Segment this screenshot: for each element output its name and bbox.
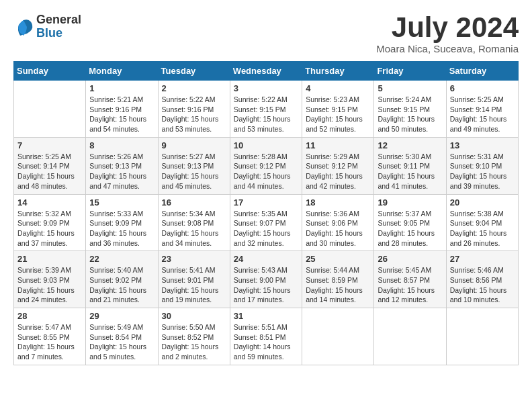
day-info: Sunrise: 5:23 AM Sunset: 9:15 PM Dayligh… bbox=[306, 95, 370, 134]
day-number: 30 bbox=[162, 311, 226, 321]
day-number: 21 bbox=[17, 254, 82, 264]
calendar-cell bbox=[14, 81, 86, 138]
calendar-cell: 24Sunrise: 5:43 AM Sunset: 9:00 PM Dayli… bbox=[230, 251, 302, 308]
calendar-week-row: 1Sunrise: 5:21 AM Sunset: 9:16 PM Daylig… bbox=[14, 81, 519, 138]
column-header-sunday: Sunday bbox=[14, 62, 86, 81]
calendar-week-row: 14Sunrise: 5:32 AM Sunset: 9:09 PM Dayli… bbox=[14, 194, 519, 251]
day-number: 18 bbox=[306, 197, 370, 208]
calendar-cell: 4Sunrise: 5:23 AM Sunset: 9:15 PM Daylig… bbox=[302, 81, 374, 138]
day-info: Sunrise: 5:50 AM Sunset: 8:52 PM Dayligh… bbox=[162, 322, 226, 362]
calendar-cell: 30Sunrise: 5:50 AM Sunset: 8:52 PM Dayli… bbox=[158, 308, 230, 365]
day-info: Sunrise: 5:22 AM Sunset: 9:15 PM Dayligh… bbox=[234, 95, 298, 134]
day-info: Sunrise: 5:44 AM Sunset: 8:59 PM Dayligh… bbox=[306, 265, 370, 305]
calendar-cell: 7Sunrise: 5:25 AM Sunset: 9:14 PM Daylig… bbox=[14, 137, 86, 194]
calendar-cell: 6Sunrise: 5:25 AM Sunset: 9:14 PM Daylig… bbox=[446, 81, 518, 138]
logo-icon bbox=[13, 17, 34, 37]
calendar-cell: 22Sunrise: 5:40 AM Sunset: 9:02 PM Dayli… bbox=[86, 251, 158, 308]
calendar-cell: 25Sunrise: 5:44 AM Sunset: 8:59 PM Dayli… bbox=[302, 251, 374, 308]
calendar-cell bbox=[302, 308, 374, 365]
day-number: 2 bbox=[162, 83, 226, 93]
day-info: Sunrise: 5:46 AM Sunset: 8:56 PM Dayligh… bbox=[450, 265, 515, 305]
calendar-week-row: 28Sunrise: 5:47 AM Sunset: 8:55 PM Dayli… bbox=[14, 308, 519, 365]
column-header-thursday: Thursday bbox=[302, 62, 374, 81]
calendar-cell: 31Sunrise: 5:51 AM Sunset: 8:51 PM Dayli… bbox=[230, 308, 302, 365]
calendar-cell: 23Sunrise: 5:41 AM Sunset: 9:01 PM Dayli… bbox=[158, 251, 230, 308]
logo-blue: Blue bbox=[36, 27, 81, 40]
calendar-table: SundayMondayTuesdayWednesdayThursdayFrid… bbox=[13, 61, 519, 365]
day-info: Sunrise: 5:45 AM Sunset: 8:57 PM Dayligh… bbox=[378, 265, 442, 305]
calendar-cell: 11Sunrise: 5:29 AM Sunset: 9:12 PM Dayli… bbox=[302, 137, 374, 194]
day-info: Sunrise: 5:51 AM Sunset: 8:51 PM Dayligh… bbox=[234, 322, 298, 362]
month-title: July 2024 bbox=[376, 13, 519, 42]
day-info: Sunrise: 5:49 AM Sunset: 8:54 PM Dayligh… bbox=[89, 322, 154, 362]
day-info: Sunrise: 5:40 AM Sunset: 9:02 PM Dayligh… bbox=[89, 265, 154, 305]
calendar-cell bbox=[446, 308, 518, 365]
day-number: 5 bbox=[378, 83, 442, 93]
day-number: 22 bbox=[89, 254, 154, 264]
title-block: July 2024 Moara Nica, Suceava, Romania bbox=[376, 13, 519, 54]
calendar-cell: 14Sunrise: 5:32 AM Sunset: 9:09 PM Dayli… bbox=[14, 194, 86, 251]
calendar-cell: 20Sunrise: 5:38 AM Sunset: 9:04 PM Dayli… bbox=[446, 194, 518, 251]
column-header-wednesday: Wednesday bbox=[230, 62, 302, 81]
day-info: Sunrise: 5:26 AM Sunset: 9:13 PM Dayligh… bbox=[89, 152, 154, 191]
day-info: Sunrise: 5:29 AM Sunset: 9:12 PM Dayligh… bbox=[306, 152, 370, 191]
day-number: 8 bbox=[89, 140, 154, 150]
calendar-cell: 26Sunrise: 5:45 AM Sunset: 8:57 PM Dayli… bbox=[374, 251, 446, 308]
page-header: General Blue July 2024 Moara Nica, Sucea… bbox=[13, 13, 519, 54]
day-info: Sunrise: 5:30 AM Sunset: 9:11 PM Dayligh… bbox=[378, 152, 442, 191]
day-number: 16 bbox=[162, 197, 226, 208]
calendar-cell: 5Sunrise: 5:24 AM Sunset: 9:15 PM Daylig… bbox=[374, 81, 446, 138]
day-number: 25 bbox=[306, 254, 370, 264]
day-number: 9 bbox=[162, 140, 226, 150]
calendar-week-row: 21Sunrise: 5:39 AM Sunset: 9:03 PM Dayli… bbox=[14, 251, 519, 308]
logo-general: General bbox=[36, 13, 81, 27]
day-number: 19 bbox=[378, 197, 442, 208]
calendar-cell: 2Sunrise: 5:22 AM Sunset: 9:16 PM Daylig… bbox=[158, 81, 230, 138]
column-header-saturday: Saturday bbox=[446, 62, 518, 81]
column-header-monday: Monday bbox=[86, 62, 158, 81]
day-info: Sunrise: 5:28 AM Sunset: 9:12 PM Dayligh… bbox=[234, 152, 298, 191]
day-info: Sunrise: 5:41 AM Sunset: 9:01 PM Dayligh… bbox=[162, 265, 226, 305]
calendar-cell: 28Sunrise: 5:47 AM Sunset: 8:55 PM Dayli… bbox=[14, 308, 86, 365]
logo-text: General Blue bbox=[36, 13, 81, 40]
calendar-cell: 16Sunrise: 5:34 AM Sunset: 9:08 PM Dayli… bbox=[158, 194, 230, 251]
day-number: 10 bbox=[234, 140, 298, 150]
calendar-cell: 15Sunrise: 5:33 AM Sunset: 9:09 PM Dayli… bbox=[86, 194, 158, 251]
day-number: 31 bbox=[234, 311, 298, 321]
location: Moara Nica, Suceava, Romania bbox=[376, 43, 519, 54]
day-number: 4 bbox=[306, 83, 370, 93]
day-number: 3 bbox=[234, 83, 298, 93]
day-info: Sunrise: 5:21 AM Sunset: 9:16 PM Dayligh… bbox=[89, 95, 154, 134]
day-number: 6 bbox=[450, 83, 515, 93]
day-number: 1 bbox=[89, 83, 154, 93]
day-info: Sunrise: 5:25 AM Sunset: 9:14 PM Dayligh… bbox=[17, 152, 82, 191]
calendar-cell: 17Sunrise: 5:35 AM Sunset: 9:07 PM Dayli… bbox=[230, 194, 302, 251]
day-number: 24 bbox=[234, 254, 298, 264]
day-number: 23 bbox=[162, 254, 226, 264]
day-info: Sunrise: 5:27 AM Sunset: 9:13 PM Dayligh… bbox=[162, 152, 226, 191]
calendar-week-row: 7Sunrise: 5:25 AM Sunset: 9:14 PM Daylig… bbox=[14, 137, 519, 194]
day-info: Sunrise: 5:25 AM Sunset: 9:14 PM Dayligh… bbox=[450, 95, 515, 134]
day-number: 17 bbox=[234, 197, 298, 208]
calendar-header-row: SundayMondayTuesdayWednesdayThursdayFrid… bbox=[14, 62, 519, 81]
day-number: 28 bbox=[17, 311, 82, 321]
calendar-cell: 19Sunrise: 5:37 AM Sunset: 9:05 PM Dayli… bbox=[374, 194, 446, 251]
day-info: Sunrise: 5:24 AM Sunset: 9:15 PM Dayligh… bbox=[378, 95, 442, 134]
day-info: Sunrise: 5:33 AM Sunset: 9:09 PM Dayligh… bbox=[89, 209, 154, 248]
day-info: Sunrise: 5:39 AM Sunset: 9:03 PM Dayligh… bbox=[17, 265, 82, 305]
day-number: 15 bbox=[89, 197, 154, 208]
column-header-tuesday: Tuesday bbox=[158, 62, 230, 81]
calendar-cell: 29Sunrise: 5:49 AM Sunset: 8:54 PM Dayli… bbox=[86, 308, 158, 365]
day-number: 29 bbox=[89, 311, 154, 321]
day-number: 27 bbox=[450, 254, 515, 264]
day-info: Sunrise: 5:35 AM Sunset: 9:07 PM Dayligh… bbox=[234, 209, 298, 248]
day-number: 12 bbox=[378, 140, 442, 150]
calendar-cell: 1Sunrise: 5:21 AM Sunset: 9:16 PM Daylig… bbox=[86, 81, 158, 138]
day-number: 20 bbox=[450, 197, 515, 208]
day-number: 13 bbox=[450, 140, 515, 150]
calendar-cell: 13Sunrise: 5:31 AM Sunset: 9:10 PM Dayli… bbox=[446, 137, 518, 194]
day-info: Sunrise: 5:43 AM Sunset: 9:00 PM Dayligh… bbox=[234, 265, 298, 305]
day-info: Sunrise: 5:32 AM Sunset: 9:09 PM Dayligh… bbox=[17, 209, 82, 248]
calendar-cell: 10Sunrise: 5:28 AM Sunset: 9:12 PM Dayli… bbox=[230, 137, 302, 194]
day-number: 11 bbox=[306, 140, 370, 150]
